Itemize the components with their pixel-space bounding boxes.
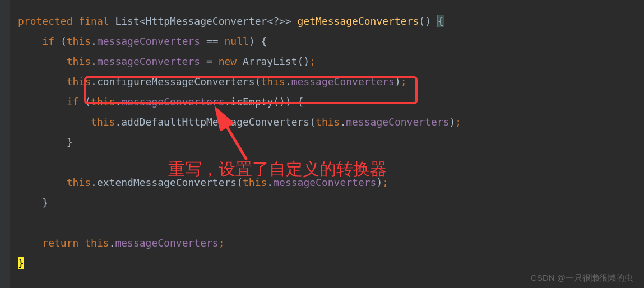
code-line: protected final List<HttpMessageConverte…	[18, 11, 637, 31]
code-line: }	[18, 132, 637, 152]
code-line: }	[18, 253, 637, 273]
code-line: if (this.messageConverters == null) {	[18, 31, 637, 52]
code-line: return this.messageConverters;	[18, 233, 637, 253]
code-line: this.configureMessageConverters(this.mes…	[18, 72, 637, 92]
code-line	[18, 213, 637, 233]
fold-marker[interactable]	[0, 0, 10, 20]
code-line: if (this.messageConverters.isEmpty()) {	[18, 92, 637, 112]
code-line: this.extendMessageConverters(this.messag…	[18, 173, 637, 193]
gutter	[0, 0, 10, 288]
code-line: this.addDefaultHttpMessageConverters(thi…	[18, 112, 637, 132]
code-area[interactable]: protected final List<HttpMessageConverte…	[10, 0, 644, 288]
code-line: }	[18, 193, 637, 213]
code-editor[interactable]: protected final List<HttpMessageConverte…	[0, 0, 644, 288]
code-line	[18, 152, 637, 173]
code-line: this.messageConverters = new ArrayList()…	[18, 52, 637, 72]
watermark: CSDN @一只很懒很懒的虫	[531, 273, 633, 284]
